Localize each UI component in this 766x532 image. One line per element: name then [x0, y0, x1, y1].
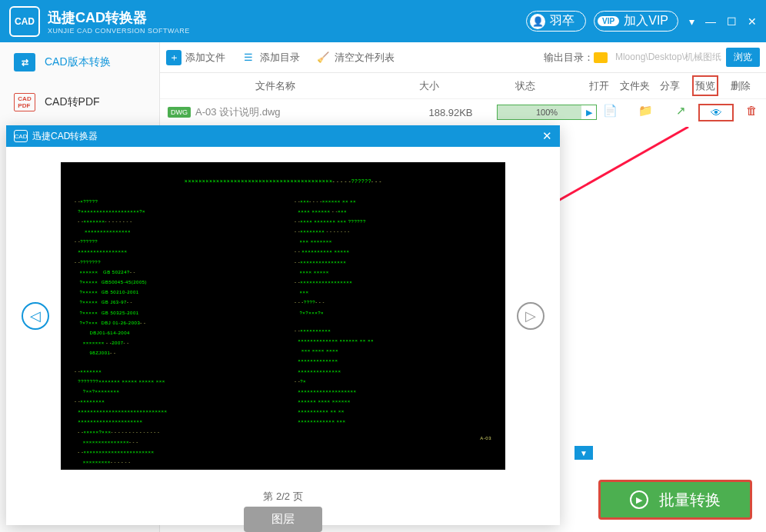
- table-header: 文件名称 大小 状态 打开 文件夹 分享 预览 删除: [160, 73, 766, 99]
- delete-icon[interactable]: 🗑: [734, 104, 766, 121]
- file-row[interactable]: DWG A-03 设计说明.dwg 188.92KB 100% ▶ 📄 📁 ↗ …: [160, 99, 766, 125]
- file-size: 188.92KB: [405, 107, 497, 118]
- preview-body: ◁ ××××××××××××××××××××××××××××××××××××××…: [6, 147, 560, 485]
- cad-pdf-icon: CADPDF: [14, 93, 35, 111]
- open-folder-icon[interactable]: 📁: [628, 104, 663, 121]
- list-icon: ☰: [241, 50, 256, 65]
- vip-label: 加入VIP: [624, 13, 668, 29]
- collapse-toggle[interactable]: ▼: [574, 446, 593, 460]
- sidebar-item-version-convert[interactable]: ⇄ CAD版本转换: [0, 42, 159, 82]
- folder-icon[interactable]: [594, 52, 608, 63]
- preview-icon[interactable]: 👁: [698, 104, 734, 121]
- preview-dialog: CAD 迅捷CAD转换器 ✕ ◁ ×××××××××××××××××××××××…: [6, 125, 560, 525]
- file-name: A-03 设计说明.dwg: [195, 105, 405, 119]
- cad-preview-canvas: ××××××××××××××××××××××××××××××××××××××××…: [61, 162, 505, 470]
- add-file-button[interactable]: ＋ 添加文件: [166, 50, 225, 65]
- add-directory-button[interactable]: ☰ 添加目录: [241, 50, 300, 65]
- next-page-button[interactable]: ▷: [517, 302, 545, 330]
- close-icon[interactable]: ✕: [748, 15, 757, 28]
- app-title: 迅捷CAD转换器: [48, 8, 526, 27]
- plus-icon: ＋: [166, 50, 182, 65]
- svg-line-0: [546, 127, 688, 208]
- toolbar: ＋ 添加文件 ☰ 添加目录 🧹 清空文件列表 输出目录： Mloong\Desk…: [160, 42, 766, 73]
- preview-close-icon[interactable]: ✕: [542, 129, 552, 143]
- cad-version-icon: ⇄: [14, 53, 35, 71]
- vip-badge: VIP: [598, 16, 619, 26]
- th-preview: 预览: [688, 79, 723, 93]
- output-dir-label: 输出目录：: [544, 51, 594, 65]
- open-file-icon[interactable]: 📄: [592, 104, 628, 121]
- th-status: 状态: [475, 79, 575, 93]
- th-filename: 文件名称: [168, 79, 383, 93]
- sidebar-label: CAD转PDF: [45, 95, 100, 109]
- share-icon[interactable]: ↗: [663, 104, 698, 121]
- preview-footer: 第 2/2 页 图层: [6, 485, 560, 532]
- layer-button[interactable]: 图层: [244, 507, 322, 532]
- window-controls: ▾ — ☐ ✕: [689, 15, 757, 28]
- minimize-icon[interactable]: —: [705, 15, 716, 28]
- play-icon[interactable]: ▶: [586, 108, 592, 118]
- output-path: Mloong\Desktop\机械图纸: [615, 51, 721, 64]
- user-button[interactable]: 👤 羽卒: [526, 11, 586, 32]
- preview-title-text: 迅捷CAD转换器: [32, 130, 98, 143]
- th-open: 打开: [581, 79, 617, 93]
- annotation-arrow: [538, 127, 692, 211]
- app-subtitle: XUNJIE CAD CONVERSION SOFTWARE: [48, 27, 526, 35]
- prev-page-button[interactable]: ◁: [22, 302, 49, 330]
- th-delete: 删除: [723, 79, 758, 93]
- broom-icon: 🧹: [315, 50, 331, 65]
- batch-convert-button[interactable]: ▶ 批量转换: [598, 480, 752, 520]
- preview-logo-icon: CAD: [14, 130, 28, 142]
- app-header: CAD 迅捷CAD转换器 XUNJIE CAD CONVERSION SOFTW…: [0, 0, 766, 42]
- clear-list-button[interactable]: 🧹 清空文件列表: [315, 50, 395, 65]
- sidebar-label: CAD版本转换: [45, 55, 111, 69]
- th-folder: 文件夹: [617, 79, 652, 93]
- preview-titlebar: CAD 迅捷CAD转换器 ✕: [6, 125, 560, 147]
- th-size: 大小: [383, 79, 475, 93]
- maximize-icon[interactable]: ☐: [727, 15, 737, 28]
- page-indicator: 第 2/2 页: [6, 490, 560, 504]
- th-share: 分享: [652, 79, 688, 93]
- dwg-badge: DWG: [168, 107, 191, 118]
- browse-button[interactable]: 浏览: [726, 48, 760, 67]
- vip-button[interactable]: VIP 加入VIP: [594, 11, 678, 32]
- user-avatar-icon: 👤: [530, 14, 545, 29]
- progress-bar: 100%: [497, 105, 597, 120]
- title-block: 迅捷CAD转换器 XUNJIE CAD CONVERSION SOFTWARE: [48, 8, 526, 35]
- username-label: 羽卒: [550, 13, 574, 29]
- sidebar-item-cad-to-pdf[interactable]: CADPDF CAD转PDF: [0, 82, 159, 122]
- play-circle-icon: ▶: [630, 490, 648, 509]
- app-logo-icon: CAD: [9, 6, 40, 37]
- menu-icon[interactable]: ▾: [689, 15, 694, 28]
